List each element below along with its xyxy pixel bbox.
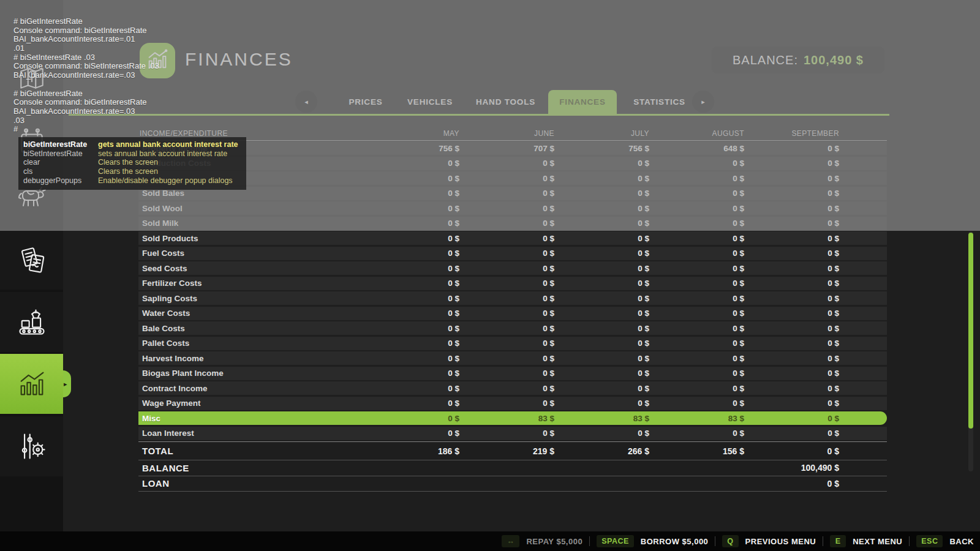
console-line: .01 (13, 44, 159, 53)
row-label: Pallet Costs (138, 339, 364, 348)
summary-value: 100,490 $ (744, 463, 839, 473)
sidebar-item-settings[interactable] (0, 416, 63, 476)
summary-row-balance: BALANCE100,490 $ (138, 460, 887, 476)
autocomplete-description: Enable/disable debugger popup dialogs (98, 176, 241, 186)
row-value: 0 $ (364, 339, 459, 348)
console-line: Console command: biSetInterestRate .03 (13, 62, 159, 71)
table-row[interactable]: Seed Costs0 $0 $0 $0 $0 $ (138, 261, 887, 275)
row-value: 0 $ (649, 339, 744, 348)
row-value: 0 $ (649, 279, 744, 288)
row-label: Fertilizer Costs (138, 279, 364, 288)
sidebar-item-production[interactable] (0, 292, 63, 352)
row-value: 0 $ (364, 324, 459, 333)
row-value: 0 $ (459, 309, 554, 318)
row-label: Seed Costs (138, 264, 364, 273)
hint-label: BORROW $5,000 (641, 537, 709, 546)
row-value: 0 $ (459, 384, 554, 393)
table-row[interactable]: Loan Interest0 $0 $0 $0 $0 $ (138, 427, 887, 440)
row-value: 0 $ (744, 339, 839, 348)
table-row[interactable]: Contract Income0 $0 $0 $0 $0 $ (138, 381, 887, 395)
row-value: 0 $ (459, 234, 554, 243)
row-label: Sapling Costs (138, 294, 364, 303)
hint-borrow-5-000[interactable]: SPACEBORROW $5,000 (597, 535, 708, 547)
axis-left-right-icon: ↔ (502, 535, 519, 547)
key-esc-badge: ESC (916, 535, 943, 547)
sidebar-item-contracts[interactable] (0, 230, 63, 290)
console-line: # biSetInterestRate .03 (13, 53, 159, 62)
table-row[interactable]: Fuel Costs0 $0 $0 $0 $0 $ (138, 247, 887, 260)
row-value: 0 $ (459, 399, 554, 408)
console-line: Console command: biGetInterestRate (13, 26, 159, 36)
scrollbar-thumb[interactable] (968, 233, 973, 429)
hint-back[interactable]: ESCBACK (916, 535, 974, 547)
hint-next-menu[interactable]: ENEXT MENU (830, 535, 902, 547)
summary-value: 266 $ (554, 446, 649, 456)
console-autocomplete-popup: biGetInterestRategets annual bank accoun… (18, 137, 246, 190)
finances-screen: ▸ FINANCES BALANCE: 100,490 $ ◂ PRICESVE… (0, 0, 980, 551)
row-value: 0 $ (744, 279, 839, 288)
summary-label: BALANCE (138, 463, 364, 473)
console-line: BAI_bankAccountInterest.rate=.03 (13, 107, 159, 116)
row-value: 0 $ (649, 264, 744, 273)
key-e-badge: E (830, 535, 846, 547)
table-row[interactable]: Biogas Plant Income0 $0 $0 $0 $0 $ (138, 367, 887, 380)
row-value: 83 $ (554, 414, 649, 423)
table-row[interactable]: Sold Products0 $0 $0 $0 $0 $ (138, 231, 887, 245)
row-value: 0 $ (554, 339, 649, 348)
row-value: 0 $ (649, 399, 744, 408)
row-value: 0 $ (364, 294, 459, 303)
summary-label: LOAN (138, 478, 364, 489)
row-value: 0 $ (364, 264, 459, 273)
row-value: 0 $ (744, 369, 839, 378)
autocomplete-entry[interactable]: clearClears the screen (23, 158, 241, 167)
row-value: 0 $ (364, 429, 459, 438)
console-line: # biGetInterestRate (13, 17, 159, 26)
row-value: 0 $ (649, 294, 744, 303)
table-row[interactable]: Water Costs0 $0 $0 $0 $0 $ (138, 307, 887, 320)
sidebar-active-arrow-icon: ▸ (64, 379, 67, 389)
table-row[interactable]: Pallet Costs0 $0 $0 $0 $0 $ (138, 337, 887, 350)
bar-chart-icon (16, 368, 48, 400)
row-label: Biogas Plant Income (138, 369, 364, 378)
summary-value: 156 $ (649, 446, 744, 456)
hint-previous-menu[interactable]: QPREVIOUS MENU (722, 535, 816, 547)
row-value: 83 $ (459, 414, 554, 423)
autocomplete-command: biSetInterestRate (23, 149, 98, 159)
table-row[interactable]: Bale Costs0 $0 $0 $0 $0 $ (138, 321, 887, 335)
summary-value: 186 $ (364, 446, 459, 456)
row-value: 0 $ (744, 399, 839, 408)
row-value: 0 $ (554, 294, 649, 303)
row-value: 0 $ (364, 309, 459, 318)
row-value: 0 $ (459, 354, 554, 363)
table-row-selected[interactable]: Misc0 $83 $83 $83 $0 $ (138, 411, 887, 425)
hint-repay-5-000[interactable]: ↔REPAY $5,000 (502, 535, 582, 547)
row-label: Contract Income (138, 384, 364, 393)
summary-value: 0 $ (744, 446, 839, 456)
row-value: 0 $ (649, 234, 744, 243)
autocomplete-entry[interactable]: debuggerPopupsEnable/disable debugger po… (23, 176, 241, 186)
table-row[interactable]: Harvest Income0 $0 $0 $0 $0 $ (138, 351, 887, 365)
table-row[interactable]: Fertilizer Costs0 $0 $0 $0 $0 $ (138, 277, 887, 290)
row-value: 0 $ (554, 354, 649, 363)
row-value: 0 $ (554, 309, 649, 318)
console-output: # biGetInterestRateConsole command: biGe… (13, 17, 159, 134)
table-row[interactable]: Sapling Costs0 $0 $0 $0 $0 $ (138, 291, 887, 305)
key-q-badge: Q (722, 535, 738, 547)
console-line: # (13, 125, 159, 134)
autocomplete-entry[interactable]: biSetInterestRatesets annual bank accoun… (23, 149, 241, 159)
summary-value: 219 $ (459, 446, 554, 456)
autocomplete-entry[interactable]: biGetInterestRategets annual bank accoun… (23, 140, 241, 149)
row-value: 0 $ (459, 294, 554, 303)
row-value: 0 $ (554, 399, 649, 408)
hint-label: PREVIOUS MENU (745, 537, 816, 546)
sidebar-item-finances[interactable] (0, 354, 63, 414)
row-value: 0 $ (744, 264, 839, 273)
autocomplete-entry[interactable]: clsClears the screen (23, 167, 241, 176)
row-value: 0 $ (364, 354, 459, 363)
table-row[interactable]: Wage Payment0 $0 $0 $0 $0 $ (138, 397, 887, 410)
autocomplete-description: sets annual bank account interest rate (98, 149, 241, 159)
row-value: 0 $ (364, 399, 459, 408)
row-label: Fuel Costs (138, 249, 364, 258)
documents-icon (16, 244, 48, 276)
row-value: 0 $ (459, 339, 554, 348)
